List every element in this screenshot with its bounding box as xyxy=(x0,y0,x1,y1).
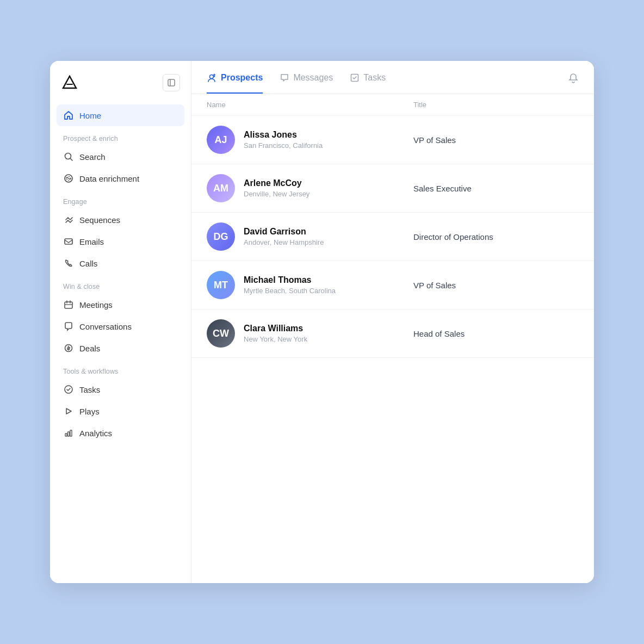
table-row[interactable]: DG David Garrison Andover, New Hampshire… xyxy=(191,213,594,261)
prospect-info: MT Michael Thomas Myrtle Beach, South Ca… xyxy=(207,271,413,299)
logo xyxy=(61,74,78,91)
avatar: DG xyxy=(207,222,235,251)
data-enrichment-icon xyxy=(63,173,74,184)
prospects-rows-container: AJ Alissa Jones San Francisco, Californi… xyxy=(191,116,594,358)
svg-point-2 xyxy=(65,153,71,159)
sidebar-item-plays[interactable]: Plays xyxy=(57,400,184,422)
plays-icon xyxy=(63,406,74,417)
table-row[interactable]: AJ Alissa Jones San Francisco, Californi… xyxy=(191,116,594,164)
tab-tasks[interactable]: Tasks xyxy=(350,61,386,94)
deals-icon xyxy=(63,343,74,354)
avatar: CW xyxy=(207,319,235,348)
prospects-table: Name Title AJ Alissa Jones San Francisco… xyxy=(191,94,594,583)
prospect-location: Myrtle Beach, South Carolina xyxy=(244,287,336,295)
meetings-icon xyxy=(63,299,74,310)
sidebar-item-search-label: Search xyxy=(79,152,106,162)
table-row[interactable]: AM Arlene McCoy Denville, New Jersey Sal… xyxy=(191,164,594,213)
tasks-icon xyxy=(63,384,74,395)
prospect-title: Head of Sales xyxy=(413,329,579,338)
section-tools-workflows: Tools & workflows xyxy=(57,359,184,379)
sidebar-item-search[interactable]: Search xyxy=(57,146,184,168)
calls-icon xyxy=(63,258,74,269)
prospect-info: AJ Alissa Jones San Francisco, Californi… xyxy=(207,126,413,154)
svg-line-3 xyxy=(71,159,73,161)
col-header-name: Name xyxy=(207,101,413,109)
sidebar-item-data-enrichment-label: Data enrichment xyxy=(79,174,139,183)
sidebar-nav: Home Prospect & enrich Search xyxy=(50,104,191,570)
sidebar-item-meetings-label: Meetings xyxy=(79,300,113,309)
col-header-title: Title xyxy=(413,101,579,109)
sidebar-item-analytics[interactable]: Analytics xyxy=(57,422,184,444)
main-content: Prospects Messages Tasks xyxy=(191,61,594,583)
sidebar-item-deals[interactable]: Deals xyxy=(57,337,184,359)
table-header: Name Title xyxy=(191,94,594,116)
search-icon xyxy=(63,151,74,162)
svg-rect-6 xyxy=(65,239,72,244)
notifications-bell-icon[interactable] xyxy=(568,61,579,94)
prospect-info: CW Clara Williams New York, New York xyxy=(207,319,413,348)
sidebar: Home Prospect & enrich Search xyxy=(50,61,191,583)
sidebar-item-calls[interactable]: Calls xyxy=(57,252,184,274)
prospect-location: Andover, New Hampshire xyxy=(244,238,324,246)
prospect-text: David Garrison Andover, New Hampshire xyxy=(244,227,324,246)
section-win-close: Win & close xyxy=(57,274,184,294)
collapse-sidebar-button[interactable] xyxy=(163,74,180,91)
prospect-name: Alissa Jones xyxy=(244,130,323,140)
tab-prospects-label: Prospects xyxy=(221,73,263,83)
prospect-info: AM Arlene McCoy Denville, New Jersey xyxy=(207,174,413,202)
sidebar-item-home[interactable]: Home xyxy=(57,104,184,126)
conversations-icon xyxy=(63,321,74,332)
sidebar-item-sequences[interactable]: Sequences xyxy=(57,209,184,231)
prospect-title: Sales Executive xyxy=(413,184,579,193)
tab-tasks-label: Tasks xyxy=(363,73,386,83)
prospect-name: Michael Thomas xyxy=(244,275,336,285)
tab-messages-label: Messages xyxy=(293,73,333,83)
prospect-name: Clara Williams xyxy=(244,324,307,333)
sidebar-item-conversations[interactable]: Conversations xyxy=(57,315,184,337)
tasks-tab-icon xyxy=(350,73,359,82)
table-row[interactable]: CW Clara Williams New York, New York Hea… xyxy=(191,309,594,358)
sidebar-item-conversations-label: Conversations xyxy=(79,322,132,331)
sidebar-item-data-enrichment[interactable]: Data enrichment xyxy=(57,168,184,189)
tab-prospects[interactable]: Prospects xyxy=(207,61,263,94)
prospect-location: Denville, New Jersey xyxy=(244,190,309,198)
prospect-location: San Francisco, California xyxy=(244,141,323,150)
app-container: Home Prospect & enrich Search xyxy=(50,61,594,583)
prospect-location: New York, New York xyxy=(244,335,307,343)
messages-tab-icon xyxy=(280,73,289,82)
sidebar-item-meetings[interactable]: Meetings xyxy=(57,294,184,315)
svg-rect-7 xyxy=(65,302,72,308)
sidebar-item-plays-label: Plays xyxy=(79,407,100,416)
sequences-icon xyxy=(63,214,74,225)
sidebar-item-analytics-label: Analytics xyxy=(79,429,112,438)
prospect-text: Alissa Jones San Francisco, California xyxy=(244,130,323,150)
sidebar-item-calls-label: Calls xyxy=(79,259,97,268)
avatar: MT xyxy=(207,271,235,299)
sidebar-item-emails[interactable]: Emails xyxy=(57,231,184,252)
prospects-tab-icon xyxy=(207,73,216,83)
home-icon xyxy=(63,110,74,121)
sidebar-item-tasks[interactable]: Tasks xyxy=(57,379,184,400)
prospect-name: David Garrison xyxy=(244,227,324,237)
avatar: AJ xyxy=(207,126,235,154)
analytics-icon xyxy=(63,428,74,438)
prospect-text: Arlene McCoy Denville, New Jersey xyxy=(244,178,309,198)
svg-rect-0 xyxy=(168,79,175,86)
section-prospect-enrich: Prospect & enrich xyxy=(57,126,184,146)
prospect-title: VP of Sales xyxy=(413,135,579,145)
svg-rect-16 xyxy=(70,430,72,436)
prospect-info: DG David Garrison Andover, New Hampshire xyxy=(207,222,413,251)
prospect-title: VP of Sales xyxy=(413,281,579,290)
sidebar-item-home-label: Home xyxy=(79,111,101,120)
section-engage: Engage xyxy=(57,189,184,209)
avatar: AM xyxy=(207,174,235,202)
tab-messages[interactable]: Messages xyxy=(280,61,333,94)
prospect-name: Arlene McCoy xyxy=(244,178,309,188)
sidebar-item-tasks-label: Tasks xyxy=(79,385,100,394)
prospect-title: Director of Operations xyxy=(413,232,579,242)
sidebar-item-emails-label: Emails xyxy=(79,237,104,246)
sidebar-header xyxy=(50,74,191,104)
sidebar-item-deals-label: Deals xyxy=(79,344,100,353)
svg-rect-15 xyxy=(68,432,70,436)
table-row[interactable]: MT Michael Thomas Myrtle Beach, South Ca… xyxy=(191,261,594,309)
